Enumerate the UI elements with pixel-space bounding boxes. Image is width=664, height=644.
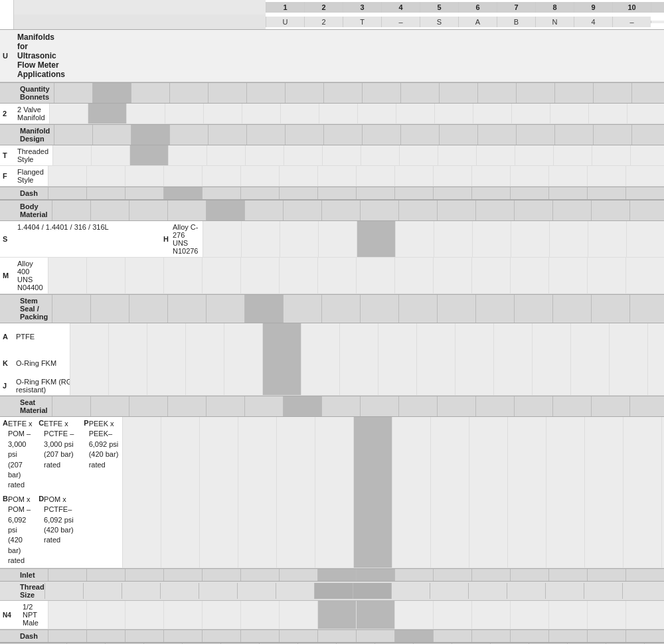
bm-m-col-14 — [548, 258, 587, 293]
col-4-header: 4 — [381, 2, 420, 13]
ss-h-col-16 — [629, 295, 664, 323]
bm-r-col-5 — [357, 221, 395, 257]
ss-code-A: A — [0, 331, 13, 343]
bm-m-col-16 — [625, 258, 664, 293]
seat-desc-D: POM x PCTFE–6,092 psi (420 bar) rated — [44, 495, 78, 546]
d1-h-col-2 — [86, 187, 125, 199]
sm-header-cols — [52, 396, 664, 416]
d1-h-col-9 — [356, 187, 394, 199]
thread-cols-N4 — [48, 601, 664, 629]
sm-r-col-6 — [315, 417, 353, 568]
manifold-row-F: F Flanged Style — [0, 166, 664, 187]
bm-h-col-11 — [437, 201, 475, 220]
page: 1 2 3 4 5 6 7 8 9 10 11 12 13 14 15 16 U… — [0, 0, 664, 644]
d1-h-col-6 — [240, 187, 279, 199]
seat-desc-P: PEEK x PEEK–6,092 psi (420 bar) rated — [89, 419, 120, 470]
seat-material-header: Seat Material — [0, 396, 664, 417]
md-header-cols — [54, 125, 664, 145]
ss-h-col-12 — [475, 295, 514, 323]
bm-desc-M: Alloy 400 UNS N04400 — [13, 258, 48, 293]
dash2-section: Dash — [0, 629, 664, 643]
bm-r-col-7 — [434, 221, 472, 257]
ts-r-col-3 — [125, 601, 163, 629]
ss-h-col-6 — [244, 295, 283, 323]
in-h-col-8 — [317, 569, 356, 581]
manifold-code-F: F — [0, 166, 13, 186]
quantity-code-2: 2 — [0, 104, 13, 123]
ts-sh-col-5 — [199, 583, 237, 599]
seat-desc-C: ETFE x PCTFE –3,000 psi (207 bar) rated — [44, 419, 78, 470]
d2-h-col-5 — [202, 630, 240, 642]
sm-h-col-1 — [52, 396, 90, 416]
qb-r-col-1 — [49, 104, 88, 123]
ss-code-J: J — [0, 380, 13, 392]
ss-r-col-15 — [609, 323, 647, 395]
bm-m-col-2 — [86, 258, 125, 293]
manifold-cols-T — [52, 145, 664, 165]
d1-h-col-14 — [548, 187, 587, 199]
sm-h-col-4 — [167, 396, 206, 416]
qb-r-col-13 — [511, 104, 550, 123]
main-title: Manifolds for Ultrasonic Flow Meter Appl… — [13, 30, 69, 82]
bm-h-col-12 — [475, 201, 514, 220]
ts-r-col-7 — [279, 601, 317, 629]
ts-r-col-2 — [86, 601, 125, 629]
qb-h-col-10 — [400, 83, 439, 103]
bm-r-col-2 — [241, 221, 280, 257]
sm-r-col-5 — [276, 417, 315, 568]
d2-h-col-10 — [394, 630, 433, 642]
d1-h-col-4 — [163, 187, 202, 199]
col-10-value: – — [612, 17, 651, 27]
ss-h-col-14 — [552, 295, 591, 323]
ss-r-col-16 — [647, 323, 664, 395]
quantity-bonnets-section: Quantity Bonnets 2 2 — [0, 82, 664, 124]
bm-cols-M — [48, 258, 664, 293]
ss-h-col-13 — [514, 295, 552, 323]
ts-sh-col-4 — [160, 583, 199, 599]
ts-r-col-1 — [48, 601, 86, 629]
ts-r-col-5 — [202, 601, 240, 629]
md-h-col-10 — [400, 125, 439, 145]
dash1-label: Dash — [0, 187, 48, 199]
ss-cols — [70, 323, 664, 395]
bm-h-code: H — [163, 235, 169, 243]
qb-r-col-7 — [280, 104, 319, 123]
md-h-col-8 — [323, 125, 362, 145]
bm-r-col-4 — [318, 221, 357, 257]
dash2-header: Dash — [0, 629, 664, 643]
ss-h-col-3 — [129, 295, 167, 323]
col-6-header: 6 — [458, 2, 497, 13]
qb-r-col-3 — [126, 104, 165, 123]
in-h-col-11 — [433, 569, 471, 581]
thread-code-N4: N4 — [0, 601, 19, 629]
col-7-header: 7 — [497, 2, 535, 13]
qb-r-col-5 — [203, 104, 242, 123]
sm-h-col-3 — [129, 396, 167, 416]
md-h-col-11 — [439, 125, 477, 145]
qb-h-col-16 — [631, 83, 664, 103]
ts-sh-col-15 — [584, 583, 622, 599]
bm-m-col-8 — [317, 258, 356, 293]
quantity-bonnets-header-cols — [54, 83, 664, 103]
qb-h-col-3 — [131, 83, 169, 103]
qb-h-col-1 — [54, 83, 92, 103]
seat-code-A: A — [3, 419, 8, 427]
ss-r-col-10 — [416, 323, 455, 395]
bm-h-col-7 — [283, 201, 321, 220]
col-5-header: 5 — [420, 2, 458, 13]
bm-m-col-1 — [48, 258, 86, 293]
in-h-col-14 — [548, 569, 587, 581]
ss-r-col-5 — [224, 323, 262, 395]
ss-h-col-8 — [321, 295, 360, 323]
in-h-col-9 — [356, 569, 394, 581]
md-f-col-12 — [471, 166, 510, 186]
in-h-col-3 — [125, 569, 163, 581]
qb-r-col-8 — [319, 104, 357, 123]
sm-h-col-14 — [552, 396, 591, 416]
bm-code-S: S — [0, 221, 13, 257]
bm-r-col-11 — [588, 221, 626, 257]
qb-r-col-16 — [627, 104, 664, 123]
md-h-col-13 — [516, 125, 554, 145]
bm-m-col-3 — [125, 258, 163, 293]
qb-r-col-11 — [434, 104, 473, 123]
